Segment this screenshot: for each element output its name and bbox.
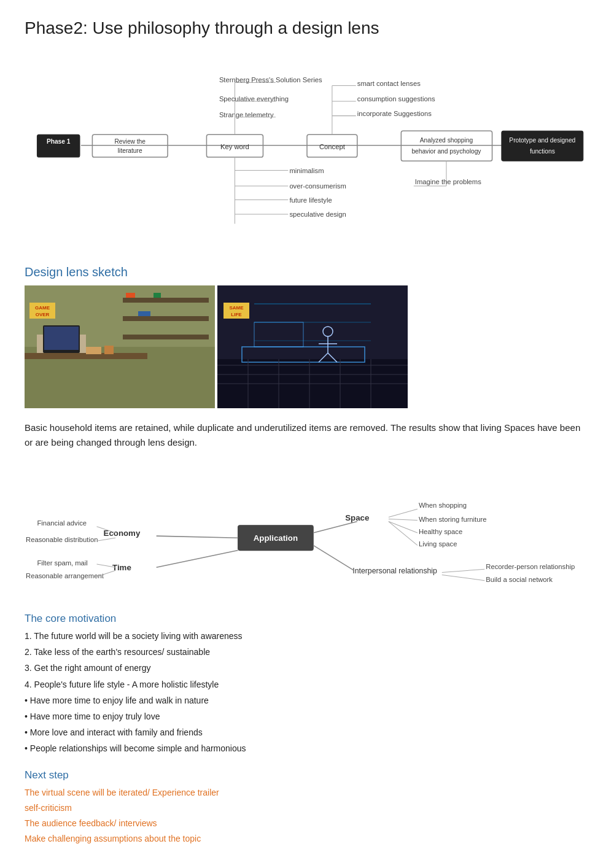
svg-rect-48 <box>86 347 101 354</box>
svg-line-89 <box>389 519 418 521</box>
svg-line-85 <box>313 522 357 533</box>
core-motivation-title: The core motivation <box>25 613 589 625</box>
svg-rect-49 <box>104 346 114 354</box>
svg-line-91 <box>389 522 418 533</box>
svg-text:Concept: Concept <box>319 143 346 150</box>
page-title: Phase2: Use philosophy through a design … <box>25 18 589 38</box>
svg-rect-38 <box>123 298 209 303</box>
svg-text:Interpersonal relationship: Interpersonal relationship <box>352 567 437 575</box>
svg-line-105 <box>442 575 485 580</box>
phase-diagram: Sternberg Press's Solution Series Specul… <box>25 56 589 253</box>
svg-text:over-consumerism: over-consumerism <box>289 182 346 190</box>
list-item: 1. The future world will be a society li… <box>25 629 589 644</box>
svg-line-87 <box>389 509 418 517</box>
svg-rect-10 <box>401 131 492 161</box>
list-item: 2. Take less of the earth's resources/ s… <box>25 645 589 660</box>
svg-text:Reasonable distribution: Reasonable distribution <box>26 536 98 543</box>
svg-line-95 <box>157 551 238 568</box>
svg-text:Application: Application <box>254 533 298 543</box>
svg-text:Financial advice: Financial advice <box>37 519 87 527</box>
svg-text:LIFE: LIFE <box>231 312 242 317</box>
app-diagram: Application Economy Financial advice Rea… <box>25 465 589 600</box>
next-step-section: Next step The virtual scene will be iter… <box>25 769 589 847</box>
svg-text:Key word: Key word <box>220 143 249 150</box>
svg-rect-47 <box>44 327 79 350</box>
svg-text:Healthy space: Healthy space <box>419 528 462 535</box>
svg-text:Analyzed  shopping: Analyzed shopping <box>420 137 473 144</box>
svg-rect-39 <box>123 316 209 321</box>
svg-line-103 <box>442 569 485 572</box>
svg-text:Economy: Economy <box>104 529 141 538</box>
next-step-line: The audience feedback/ interviews <box>25 816 589 831</box>
svg-text:future lifestyle: future lifestyle <box>289 196 332 204</box>
list-item: 4. People's future life style - A more h… <box>25 677 589 692</box>
svg-text:Review the: Review the <box>114 138 146 145</box>
description-text: Basic household items are retained, whil… <box>25 420 589 450</box>
svg-text:OVER: OVER <box>36 312 50 317</box>
svg-text:speculative design: speculative design <box>289 211 346 218</box>
design-lens-title: Design lens sketch <box>25 265 589 279</box>
svg-line-101 <box>313 545 354 570</box>
svg-text:Recorder-person relationship: Recorder-person relationship <box>486 563 575 570</box>
svg-text:Space: Space <box>345 513 369 522</box>
svg-line-93 <box>389 522 418 546</box>
svg-text:behavior and psychology: behavior and psychology <box>411 148 481 155</box>
list-item: • Have more time to enjoy life and walk … <box>25 693 589 708</box>
svg-text:Prototype and designed: Prototype and designed <box>509 137 575 144</box>
svg-text:When shopping: When shopping <box>419 502 467 509</box>
list-item: • More love and interact with family and… <box>25 725 589 740</box>
svg-text:Living space: Living space <box>419 540 457 548</box>
next-step-line: The virtual scene will be iterated/ Expe… <box>25 785 589 800</box>
svg-text:Imagine the problems: Imagine the problems <box>415 178 481 185</box>
svg-text:Filter spam, mail: Filter spam, mail <box>37 559 87 567</box>
svg-rect-42 <box>138 311 150 316</box>
list-item: 3. Get the right amount of energy <box>25 661 589 676</box>
incorporate-label: incorporate Suggestions <box>357 110 432 117</box>
svg-rect-13 <box>502 131 583 161</box>
sketch-right: SAME LIFE <box>217 285 408 408</box>
svg-text:Build a social network: Build a social network <box>486 576 553 583</box>
next-step-text: The virtual scene will be iterated/ Expe… <box>25 785 589 847</box>
svg-text:literature: literature <box>118 147 142 154</box>
svg-rect-40 <box>123 335 209 339</box>
sketch-images: GAME OVER SAME LIFE <box>25 285 589 408</box>
sketch-left: GAME OVER <box>25 285 215 408</box>
next-step-line: Make challenging assumptions about the t… <box>25 831 589 847</box>
svg-text:When storing furniture: When storing furniture <box>419 516 487 523</box>
core-motivation-section: The core motivation 1. The future world … <box>25 613 589 757</box>
svg-text:minimalism: minimalism <box>289 167 324 174</box>
list-item: • People relationships will become simpl… <box>25 741 589 756</box>
svg-text:Phase 1: Phase 1 <box>47 138 71 145</box>
consumption-label: consumption suggestions <box>357 95 435 103</box>
svg-rect-41 <box>126 293 135 298</box>
list-item: • Have more time to enjoy truly love <box>25 709 589 724</box>
next-step-title: Next step <box>25 769 589 781</box>
svg-text:Time: Time <box>112 563 131 572</box>
svg-line-83 <box>97 538 116 541</box>
svg-text:GAME: GAME <box>35 305 50 311</box>
svg-text:SAME: SAME <box>229 305 244 311</box>
svg-rect-43 <box>154 293 161 298</box>
next-step-line: self-criticism <box>25 800 589 816</box>
smart-label: smart contact lenses <box>357 80 421 87</box>
svg-text:Reasonable arrangement: Reasonable arrangement <box>26 572 104 579</box>
svg-line-79 <box>157 536 238 538</box>
motivation-list: 1. The future world will be a society li… <box>25 629 589 757</box>
svg-text:functions: functions <box>530 148 555 155</box>
